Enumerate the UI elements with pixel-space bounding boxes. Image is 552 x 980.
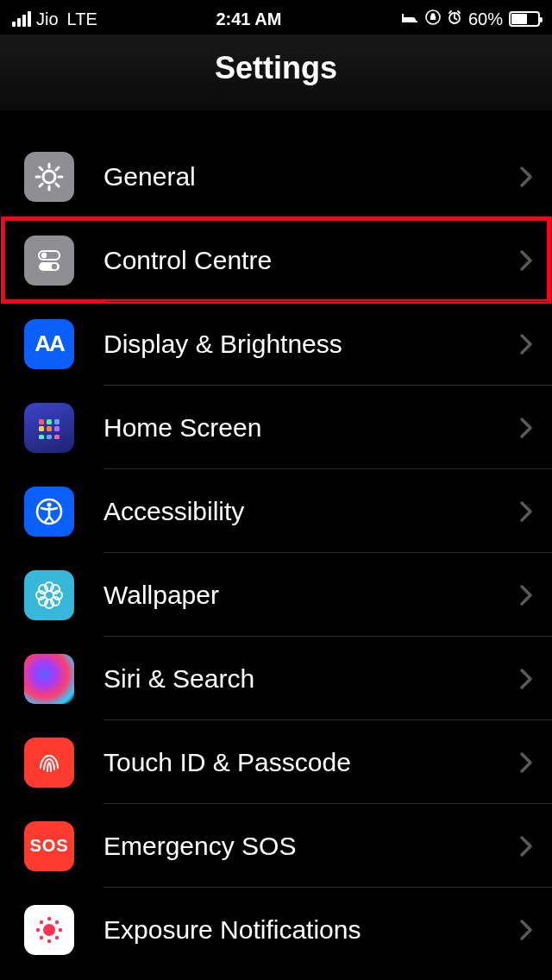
chevron-right-icon: [519, 668, 533, 690]
settings-row-control-centre[interactable]: Control Centre: [3, 218, 549, 302]
chevron-right-icon: [519, 333, 533, 355]
svg-rect-10: [39, 426, 44, 431]
aa-text-icon: AA: [24, 319, 74, 369]
flower-icon: [24, 570, 74, 620]
svg-point-33: [55, 920, 59, 923]
settings-row-exposure[interactable]: Exposure Notifications: [0, 888, 552, 971]
svg-point-17: [47, 502, 51, 506]
clock: 2:41 AM: [216, 9, 281, 29]
svg-point-4: [41, 252, 47, 257]
chevron-right-icon: [519, 249, 533, 272]
svg-point-28: [47, 916, 51, 920]
svg-rect-8: [47, 419, 52, 424]
orientation-lock-icon: [425, 9, 441, 29]
settings-row-siri[interactable]: Siri & Search: [0, 637, 552, 720]
svg-rect-14: [47, 435, 52, 439]
row-label: Emergency SOS: [104, 832, 519, 861]
page-title: Settings: [0, 50, 552, 86]
row-label: Wallpaper: [104, 581, 519, 610]
chevron-right-icon: [519, 584, 533, 606]
home-grid-icon: [24, 403, 74, 453]
chevron-right-icon: [519, 835, 533, 858]
row-label: Touch ID & Passcode: [104, 748, 519, 777]
accessibility-icon: [24, 487, 74, 537]
svg-point-27: [43, 924, 55, 936]
settings-row-display[interactable]: AA Display & Brightness: [0, 302, 552, 386]
status-left: Jio LTE: [12, 9, 97, 29]
settings-list: General Control Centre AA Display & Brig…: [0, 110, 552, 971]
svg-rect-13: [39, 435, 44, 439]
battery-pct: 60%: [468, 9, 503, 29]
svg-rect-15: [54, 435, 60, 439]
row-label: Control Centre: [104, 246, 519, 275]
signal-icon: [12, 11, 31, 27]
chevron-right-icon: [519, 919, 533, 941]
fingerprint-icon: [24, 738, 74, 788]
alarm-icon: [447, 9, 462, 29]
svg-point-31: [59, 927, 62, 931]
network-label: LTE: [67, 9, 97, 29]
bed-icon: [400, 9, 419, 29]
settings-row-general[interactable]: General: [0, 135, 552, 218]
settings-row-wallpaper[interactable]: Wallpaper: [0, 553, 552, 637]
settings-row-accessibility[interactable]: Accessibility: [0, 469, 552, 553]
header: Settings: [0, 35, 552, 110]
row-label: Display & Brightness: [104, 330, 519, 359]
row-label: Siri & Search: [104, 664, 519, 694]
settings-row-touch-id[interactable]: Touch ID & Passcode: [0, 720, 552, 804]
svg-point-6: [52, 263, 57, 268]
exposure-icon: [24, 905, 74, 955]
status-bar: Jio LTE 2:41 AM 60%: [0, 0, 552, 35]
row-label: Accessibility: [104, 497, 519, 526]
svg-rect-9: [54, 419, 60, 424]
row-label: Home Screen: [104, 413, 519, 443]
toggles-icon: [24, 236, 74, 286]
status-right: 60%: [400, 9, 540, 29]
carrier-label: Jio: [36, 9, 59, 29]
row-label: Exposure Notifications: [104, 915, 519, 945]
svg-point-35: [55, 935, 59, 939]
siri-icon: [24, 654, 74, 704]
settings-row-emergency-sos[interactable]: SOS Emergency SOS: [0, 804, 552, 888]
settings-row-home-screen[interactable]: Home Screen: [0, 386, 552, 469]
battery-icon: [509, 11, 540, 27]
chevron-right-icon: [519, 500, 533, 523]
svg-point-32: [40, 920, 43, 923]
gear-icon: [24, 152, 74, 202]
svg-point-34: [40, 935, 43, 939]
svg-rect-11: [47, 426, 52, 431]
chevron-right-icon: [519, 751, 533, 774]
svg-rect-7: [39, 419, 44, 424]
row-label: General: [104, 162, 519, 192]
chevron-right-icon: [519, 166, 533, 188]
svg-point-2: [43, 171, 55, 183]
svg-point-29: [47, 939, 51, 942]
svg-rect-12: [54, 426, 60, 431]
chevron-right-icon: [519, 417, 533, 439]
sos-icon: SOS: [24, 821, 74, 871]
svg-point-30: [36, 927, 40, 931]
